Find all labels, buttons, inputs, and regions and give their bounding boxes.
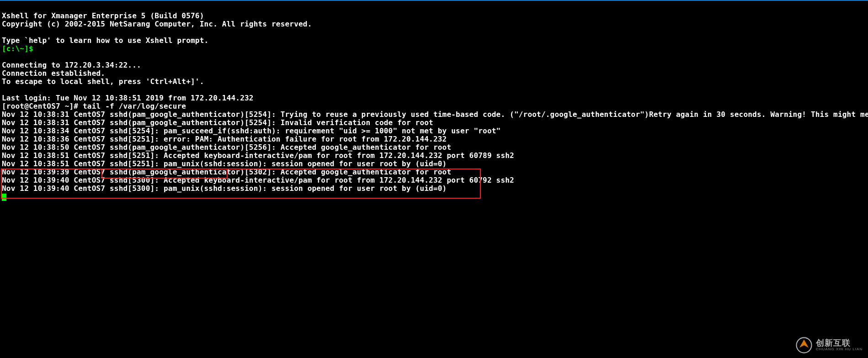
log-line: Nov 12 10:39:40 CentOS7 sshd[5300]: pam_… [2, 184, 447, 193]
log-line: Nov 12 10:38:31 CentOS7 sshd(pam_google_… [2, 118, 433, 127]
log-line: Nov 12 10:38:51 CentOS7 sshd[5251]: Acce… [2, 151, 514, 160]
log-line: Nov 12 10:38:34 CentOS7 sshd[5254]: pam_… [2, 126, 501, 135]
connect-line-2: Connection established. [2, 69, 105, 78]
copyright-line: Copyright (c) 2002-2015 NetSarang Comput… [2, 20, 312, 28]
log-line: Nov 12 10:38:51 CentOS7 sshd[5251]: pam_… [2, 159, 447, 168]
shell-command: tail -f /var/log/secure [83, 102, 186, 111]
log-line: Nov 12 10:38:31 CentOS7 sshd(pam_google_… [2, 110, 868, 119]
connect-line-1: Connecting to 172.20.3.34:22... [2, 61, 141, 69]
log-line: Nov 12 10:38:50 CentOS7 sshd(pam_google_… [2, 143, 451, 152]
watermark-text-main: 创新互联 [816, 339, 863, 347]
shell-prompt: [root@CentOS7 ~]# [2, 102, 83, 111]
log-line: Nov 12 10:39:40 CentOS7 sshd[5300]: Acce… [2, 176, 514, 184]
local-prompt: [c:\~]$ [2, 44, 33, 53]
log-line: Nov 12 10:38:36 CentOS7 sshd[5251]: erro… [2, 135, 447, 143]
log-line: Nov 12 10:39:39 CentOS7 sshd(pam_google_… [2, 168, 451, 176]
connect-line-3: To escape to local shell, press 'Ctrl+Al… [2, 77, 204, 86]
terminal-cursor [2, 194, 6, 201]
terminal-output[interactable]: Xshell for Xmanager Enterprise 5 (Build … [0, 1, 868, 201]
help-hint: Type `help' to learn how to use Xshell p… [2, 36, 208, 45]
watermark-logo-icon [796, 337, 812, 353]
last-login: Last login: Tue Nov 12 10:38:51 2019 fro… [2, 94, 254, 102]
watermark: 创新互联 CHUANG XIN HU LIAN [796, 337, 863, 353]
app-title: Xshell for Xmanager Enterprise 5 (Build … [2, 11, 204, 20]
watermark-text-sub: CHUANG XIN HU LIAN [816, 347, 863, 351]
